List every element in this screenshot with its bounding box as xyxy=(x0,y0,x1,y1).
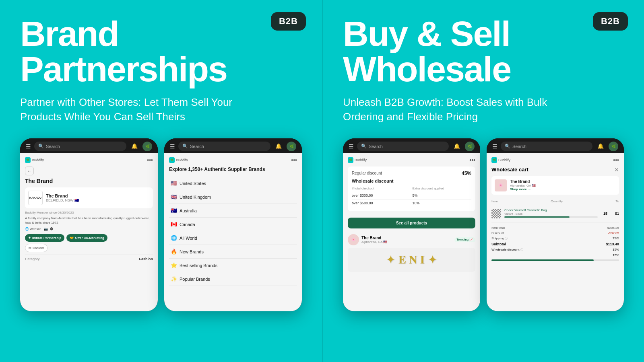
brand-name-block: The Brand BELFIELD, NSW 🇦🇺 xyxy=(46,193,150,202)
dots-menu-4[interactable]: ••• xyxy=(613,157,619,163)
cart-header: Wholesale cart ✕ xyxy=(491,167,619,173)
country-item-uk[interactable]: 🇬🇧 United Kingdom xyxy=(169,190,297,204)
contact-button[interactable]: ✉ Contact xyxy=(25,244,47,252)
regular-discount-label: Regular discount xyxy=(352,171,382,175)
flag-uk: 🇬🇧 xyxy=(171,194,177,200)
subtitle-right: Unleash B2B Growth: Boost Sales with Bul… xyxy=(343,95,576,124)
shop-more-link[interactable]: Shop more → xyxy=(510,187,536,191)
back-button[interactable]: ← xyxy=(25,167,34,175)
status-bar-3: ☰ 🔍 Search 🔔 🌿 xyxy=(343,138,480,153)
facebook-link[interactable]: 🅕 xyxy=(50,227,54,231)
wholesale-disc-value2: 15% xyxy=(613,253,619,257)
dots-menu-3[interactable]: ••• xyxy=(469,157,475,163)
country-list: 🇺🇸 United States 🇬🇧 United Kingdom 🇦🇺 Au… xyxy=(169,177,297,286)
col-item-label: Item xyxy=(491,200,498,203)
initiate-partnership-button[interactable]: ✦ Initiate Partnership xyxy=(25,234,64,242)
wholesale-progress-fill xyxy=(491,259,594,261)
left-panel: B2B Brand Partnerships Partner with Othe… xyxy=(0,0,322,362)
brand-name: The Brand xyxy=(46,193,150,198)
search-placeholder-3: Search xyxy=(369,144,383,149)
discount-5pct: 5% xyxy=(413,193,472,197)
cart-item-progress xyxy=(504,216,598,218)
item-total-value: $206.25 xyxy=(607,226,619,230)
right-panel: B2B Buy & Sell Wholesale Unleash B2B Gro… xyxy=(322,0,644,362)
country-item-world[interactable]: 🌐 All World xyxy=(169,231,297,245)
dots-menu-1[interactable]: ••• xyxy=(147,157,153,163)
cart-item-row: Check Yourself Cosmetic Bag Variant - Bl… xyxy=(491,207,619,221)
brand-info-row: KAKADU The Brand BELFIELD, NSW 🇦🇺 xyxy=(25,187,153,208)
bell-icon-1[interactable]: 🔔 xyxy=(131,143,138,149)
hamburger-icon-3[interactable]: ☰ xyxy=(349,143,354,150)
bell-icon-4[interactable]: 🔔 xyxy=(597,143,604,149)
avatar-2[interactable]: 🌿 xyxy=(287,142,296,151)
discount-row-300: over $300.00 5% xyxy=(352,192,471,200)
progress-fill xyxy=(504,216,570,218)
search-icon-2: 🔍 xyxy=(182,144,188,149)
country-name-popular: Popular Brands xyxy=(180,277,210,282)
country-item-us[interactable]: 🇺🇸 United States xyxy=(169,177,297,190)
cart-brand-block: 🌸 The Brand Alpharetta, GA 🇺🇸 Shop more … xyxy=(491,176,619,195)
phone4-content: 🌿 Buddify ••• Wholesale cart ✕ 🌸 The Bra… xyxy=(487,153,624,311)
discount-table-header: If total checkout Extra discount applied xyxy=(352,187,471,190)
icon-popular: ✨ xyxy=(171,276,177,282)
brand-section-title: The Brand xyxy=(25,178,153,184)
contact-icon: ✉ xyxy=(29,246,31,250)
main-title-left: Brand Partnerships xyxy=(20,16,302,87)
country-item-new[interactable]: 🔥 New Brands xyxy=(169,245,297,259)
country-name-new: New Brands xyxy=(180,249,204,254)
bell-icon-3[interactable]: 🔔 xyxy=(454,143,460,149)
avatar-1[interactable]: 🌿 xyxy=(142,142,152,151)
hamburger-icon-4[interactable]: ☰ xyxy=(492,143,497,150)
wholesale-disc-row2: 15% xyxy=(491,253,619,258)
hamburger-icon[interactable]: ☰ xyxy=(26,143,31,150)
phone1-content: 🌿 Buddify ••• ← The Brand KAKADU The Bra… xyxy=(20,153,158,311)
member-since: Buddify Member since 08/30/2023 xyxy=(25,211,153,214)
search-bar-1[interactable]: 🔍 Search xyxy=(34,142,126,151)
country-name-bestselling: Best selling Brands xyxy=(180,263,217,268)
search-icon-3: 🔍 xyxy=(361,144,367,149)
status-bar-1: ☰ 🔍 Search 🔔 🌿 xyxy=(20,138,158,153)
flag-ca: 🇨🇦 xyxy=(171,221,177,227)
phones-row-left: ☰ 🔍 Search 🔔 🌿 🌿 Buddify ••• ← The Bra xyxy=(20,138,302,350)
instagram-link[interactable]: 📷 xyxy=(44,227,48,231)
discount-row-cart: Discount -$92.85 xyxy=(491,230,619,236)
brand-header-2: 🌿 Buddify ••• xyxy=(169,157,297,163)
country-name-us: United States xyxy=(180,181,206,186)
subtotal-row: Subtotal $113.40 xyxy=(491,241,619,247)
close-button[interactable]: ✕ xyxy=(614,167,619,173)
icon-bestselling: ⭐ xyxy=(171,262,177,268)
offer-comarketing-button[interactable]: 🤝 Offer Co-Marketing xyxy=(66,234,107,242)
country-item-au[interactable]: 🇦🇺 Australia xyxy=(169,204,297,218)
avatar-4[interactable]: 🌿 xyxy=(609,142,618,151)
search-bar-4[interactable]: 🔍 Search xyxy=(501,142,592,151)
search-bar-2[interactable]: 🔍 Search xyxy=(178,142,270,151)
subtitle-left: Partner with Other Stores: Let Them Sell… xyxy=(20,95,254,124)
buddify-logo-2: 🌿 Buddify xyxy=(169,157,188,163)
search-icon-4: 🔍 xyxy=(505,144,510,149)
country-item-popular[interactable]: ✨ Popular Brands xyxy=(169,272,297,286)
country-item-ca[interactable]: 🇨🇦 Canada xyxy=(169,218,297,231)
search-bar-3[interactable]: 🔍 Search xyxy=(357,142,449,151)
country-name-world: All World xyxy=(180,236,197,241)
brand-header-4: 🌿 Buddify ••• xyxy=(491,157,619,163)
search-placeholder-1: Search xyxy=(46,144,60,149)
dots-menu-2[interactable]: ••• xyxy=(291,157,297,163)
country-item-bestselling[interactable]: ⭐ Best selling Brands xyxy=(169,259,297,272)
phone-explore-brands: ☰ 🔍 Search 🔔 🌿 🌿 Buddify ••• Explore 1,3… xyxy=(164,138,302,311)
bell-icon-2[interactable]: 🔔 xyxy=(275,143,282,149)
item-total-label: Item total xyxy=(491,226,505,230)
avatar-3[interactable]: 🌿 xyxy=(465,142,475,151)
wholesale-disc-row1: Wholesale discount ⓘ 15% xyxy=(491,247,619,253)
icon-new-brands: 🔥 xyxy=(171,249,177,255)
brand-mini-avatar: 🌸 xyxy=(348,234,359,245)
see-all-products-button[interactable]: See all products xyxy=(348,218,475,228)
status-bar-2: ☰ 🔍 Search 🔔 🌿 xyxy=(164,138,302,153)
phones-row-right: ☰ 🔍 Search 🔔 🌿 🌿 Buddify ••• xyxy=(343,138,624,350)
wholesale-progress-bar xyxy=(491,259,619,261)
website-link[interactable]: 🌐 Website xyxy=(25,227,41,231)
subtotal-value: $113.40 xyxy=(606,242,619,246)
flag-world: 🌐 xyxy=(171,235,177,241)
phone-wholesale-cart: ☰ 🔍 Search 🔔 🌿 🌿 Buddify ••• Wholes xyxy=(487,138,624,311)
hamburger-icon-2[interactable]: ☰ xyxy=(170,143,175,150)
b2b-badge-right: B2B xyxy=(593,12,628,31)
